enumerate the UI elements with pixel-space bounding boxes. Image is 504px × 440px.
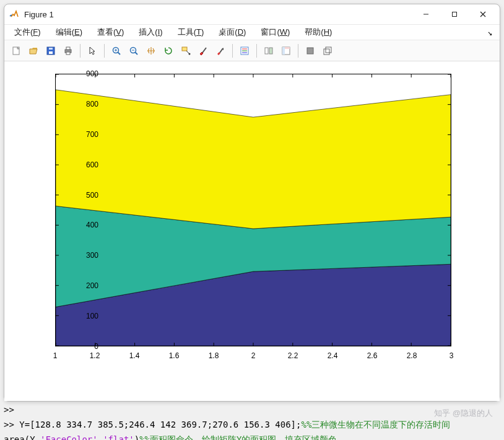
- y-tick-label: 100: [61, 312, 98, 320]
- pointer-icon[interactable]: [84, 43, 100, 59]
- comment-text: %%面积图命令，绘制矩阵Y的面积图，填充区域颜色: [139, 434, 337, 440]
- svg-rect-10: [66, 52, 70, 55]
- code-text: ,: [98, 434, 103, 440]
- x-tick-label: 1.2: [90, 351, 100, 360]
- y-tick-label: 400: [61, 221, 98, 229]
- y-tick-label: 200: [61, 281, 98, 290]
- close-button[interactable]: [469, 5, 497, 24]
- string-literal: 'flat': [103, 434, 134, 440]
- toolbar: [4, 40, 500, 61]
- undock-icon[interactable]: [319, 43, 336, 59]
- toolbar-separator: [298, 44, 298, 58]
- y-tick-label: 300: [61, 251, 98, 260]
- svg-rect-18: [182, 47, 187, 51]
- svg-rect-32: [324, 49, 329, 55]
- menu-f[interactable]: 文件(F): [8, 25, 47, 39]
- dock-arrow-icon[interactable]: ↘: [484, 27, 496, 38]
- toolbar-separator: [256, 44, 257, 58]
- menu-t[interactable]: 工具(T): [172, 25, 211, 39]
- save-icon[interactable]: [43, 43, 59, 59]
- svg-rect-6: [49, 51, 53, 54]
- toolbar-separator: [104, 44, 105, 58]
- y-tick-label: 800: [61, 100, 98, 108]
- rotate-icon[interactable]: [160, 43, 176, 59]
- prompt: >>: [4, 405, 14, 415]
- menu-d[interactable]: 桌面(D): [212, 25, 252, 39]
- svg-line-21: [220, 48, 223, 53]
- menubar: 文件(F)编辑(E)查看(V)插入(I)工具(T)桌面(D)窗口(W)帮助(H)…: [4, 24, 500, 40]
- svg-rect-31: [307, 48, 313, 54]
- print-icon[interactable]: [60, 43, 76, 59]
- link-icon[interactable]: [261, 43, 277, 59]
- area-series-3: [56, 90, 451, 229]
- menu-w[interactable]: 窗口(W): [254, 25, 296, 39]
- y-tick-label: 500: [61, 191, 98, 200]
- prompt2: >>: [4, 420, 19, 429]
- svg-point-19: [189, 53, 191, 55]
- new-figure-icon[interactable]: [8, 43, 24, 59]
- x-tick-label: 2.6: [367, 351, 378, 360]
- open-icon[interactable]: [25, 43, 41, 59]
- svg-line-12: [118, 52, 120, 55]
- chart-axes[interactable]: [55, 74, 451, 346]
- y-tick-label: 900: [61, 69, 98, 78]
- matlab-app-icon: [9, 9, 19, 19]
- legend-icon[interactable]: [237, 43, 253, 59]
- svg-rect-1: [453, 12, 457, 17]
- plot-tools-icon[interactable]: [278, 43, 294, 59]
- brush-icon[interactable]: [195, 43, 211, 59]
- code-text: ): [134, 434, 139, 440]
- toolbar-separator: [232, 44, 233, 58]
- figure-window: Figure 1 文件(F)编辑(E)查看(V)插入(I)工具(T)桌面(D)窗…: [4, 4, 500, 402]
- x-tick-label: 2: [251, 351, 256, 360]
- y-tick-label: 0: [61, 342, 98, 351]
- figure-area: 0100200300400500600700800900 11.21.41.61…: [4, 61, 500, 401]
- x-tick-label: 1.4: [129, 351, 140, 360]
- pan-icon[interactable]: [143, 43, 159, 59]
- toolbar-separator: [80, 44, 80, 58]
- menu-i[interactable]: 插入(I): [133, 25, 168, 39]
- zoom-in-icon[interactable]: [108, 43, 124, 59]
- area-chart: [56, 74, 451, 346]
- data-cursor-icon[interactable]: [178, 43, 194, 59]
- svg-rect-26: [265, 48, 268, 54]
- maximize-button[interactable]: [440, 5, 469, 24]
- menu-v[interactable]: 查看(V): [91, 25, 130, 39]
- svg-rect-7: [49, 48, 53, 50]
- titlebar: Figure 1: [4, 4, 500, 24]
- comment-text: %%三种微生物在不同温度下的存活时间: [301, 420, 450, 429]
- x-tick-label: 2.4: [328, 351, 338, 360]
- window-title: Figure 1: [24, 10, 54, 19]
- menu-h[interactable]: 帮助(H): [298, 25, 338, 39]
- svg-line-20: [202, 48, 206, 53]
- dock-icon[interactable]: [302, 43, 318, 59]
- y-tick-label: 700: [61, 130, 98, 139]
- zoom-out-icon[interactable]: [126, 43, 142, 59]
- x-tick-label: 1: [53, 351, 58, 360]
- svg-line-16: [135, 52, 137, 55]
- command-window-output: >> >> Y=[128.8 334.7 385.5;246.4 142 369…: [4, 403, 500, 440]
- colorbar-icon[interactable]: [212, 43, 228, 59]
- x-tick-label: 2.2: [288, 351, 298, 360]
- string-literal: 'FaceColor': [40, 434, 98, 440]
- svg-rect-30: [285, 47, 290, 49]
- x-tick-label: 2.8: [407, 351, 417, 360]
- x-tick-label: 3: [450, 351, 454, 360]
- menu-e[interactable]: 编辑(E): [50, 25, 89, 39]
- x-tick-label: 1.6: [169, 351, 180, 360]
- svg-rect-27: [269, 48, 272, 54]
- minimize-button[interactable]: [412, 5, 440, 24]
- svg-rect-9: [66, 47, 70, 50]
- x-tick-label: 1.8: [209, 351, 219, 360]
- y-tick-label: 600: [61, 161, 98, 169]
- svg-rect-29: [282, 47, 285, 55]
- code-text: area(Y,: [4, 434, 40, 440]
- code-text: Y=[128.8 334.7 385.5;246.4 142 369.7;270…: [19, 420, 301, 429]
